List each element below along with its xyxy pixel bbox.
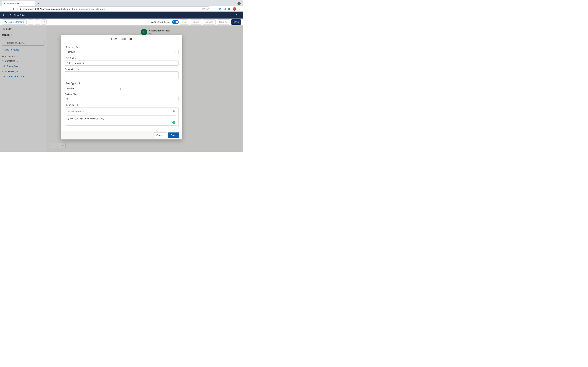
save-as-button[interactable]: Save As	[217, 19, 230, 25]
svg-point-14	[239, 10, 240, 10]
chevron-down-icon: ▾	[120, 88, 121, 90]
qr-icon[interactable]	[202, 8, 205, 10]
formula-label: *Formula 4	[65, 103, 179, 107]
formula-label-text: Formula	[66, 104, 74, 106]
resource-type-value: Formula	[67, 50, 75, 53]
site-info-icon[interactable]	[213, 7, 217, 11]
help-menu[interactable]: ?	[233, 12, 243, 18]
description-label-text: Description	[65, 68, 75, 70]
select-elements-label: Select Elements	[8, 21, 24, 23]
description-label: Description 2	[65, 68, 179, 71]
chevron-down-icon	[238, 14, 240, 16]
extension-icons	[212, 7, 242, 11]
header-title-text: Flow Builder	[14, 14, 26, 17]
flow-builder-icon	[9, 13, 13, 17]
browser-tab[interactable]: Flow Builder ✕	[2, 1, 35, 6]
redo-button[interactable]	[35, 19, 40, 25]
help-icon: ?	[236, 14, 237, 17]
svg-point-12	[239, 8, 240, 8]
undo-button[interactable]	[28, 19, 33, 25]
search-icon	[173, 110, 175, 113]
builder-toolbar: Select Elements Auto-Layout (Beta) ✓ Run…	[0, 18, 243, 25]
tab-strip: Flow Builder ✕ ＋	[0, 0, 243, 6]
data-type-value: Number	[67, 87, 75, 90]
svg-rect-2	[204, 8, 204, 9]
run-label: Run	[182, 21, 187, 23]
new-tab-button[interactable]: ＋	[36, 1, 41, 6]
check-icon: ✓	[173, 21, 174, 23]
data-type-select[interactable]: Number ▾	[65, 86, 123, 91]
url-text: java-power-66192.lightning.force.com/bui…	[23, 8, 200, 10]
svg-point-13	[239, 9, 240, 9]
grammarly-badge-icon[interactable]: G	[172, 121, 175, 124]
select-elements-button[interactable]: Select Elements	[2, 19, 26, 25]
debug-button[interactable]: Debug	[190, 19, 201, 25]
browser-back-button[interactable]	[1, 7, 6, 11]
url-host: java-power-66192.lightning.force.com	[23, 8, 61, 10]
description-textarea[interactable]	[65, 71, 179, 79]
save-label: Save	[233, 21, 239, 23]
cancel-label: Cancel	[156, 134, 163, 136]
run-button[interactable]: Run	[180, 19, 189, 25]
toolbar-settings-button[interactable]	[41, 19, 47, 25]
tab-title: Flow Builder	[7, 2, 29, 5]
formula-textarea[interactable]: {!Batch_Size} - {!Processed_Count} G	[66, 116, 177, 126]
extensions-puzzle-icon[interactable]	[227, 7, 232, 11]
data-type-label: *Data Type 3	[65, 82, 179, 85]
resource-type-label-text: Resource Type	[66, 46, 80, 48]
debug-label: Debug	[192, 21, 199, 23]
formula-editor: {!Batch_Size} - {!Processed_Count} G	[65, 107, 179, 127]
address-bar[interactable]: java-power-66192.lightning.force.com/bui…	[17, 7, 211, 11]
salesforce-cloud-icon	[3, 2, 6, 5]
modal-title: New Resource	[61, 35, 182, 43]
profile-avatar[interactable]	[232, 7, 237, 11]
decimal-places-input[interactable]	[65, 96, 179, 101]
activate-button[interactable]: Activate	[203, 19, 216, 25]
svg-rect-16	[6, 22, 7, 23]
svg-rect-3	[202, 9, 203, 10]
decimal-label-text: Decimal Places	[65, 93, 79, 95]
activate-label: Activate	[205, 21, 213, 23]
browser-menu-button[interactable]	[237, 7, 242, 11]
data-type-label-text: Data Type	[66, 82, 76, 84]
auto-layout-label: Auto-Layout (Beta)	[151, 21, 170, 23]
toggle-switch[interactable]: ✓	[172, 20, 179, 24]
svg-rect-1	[202, 8, 203, 9]
annotation-3: 3	[78, 82, 80, 85]
annotation-2: 2	[78, 68, 79, 71]
svg-point-17	[43, 22, 44, 22]
save-as-label: Save As	[219, 21, 228, 23]
extension-blue-icon[interactable]	[217, 7, 222, 11]
svg-rect-9	[219, 8, 221, 10]
done-button[interactable]: Done	[168, 133, 179, 138]
svg-rect-15	[5, 21, 6, 22]
formula-resource-search-input[interactable]	[66, 109, 177, 114]
star-icon[interactable]	[206, 8, 209, 10]
resource-type-select[interactable]: Formula ▾	[65, 49, 179, 54]
grammarly-extension-icon[interactable]	[222, 7, 227, 11]
modal-close-button[interactable]: ✕	[179, 30, 182, 34]
window-account-icon[interactable]	[237, 2, 241, 5]
header-back-button[interactable]	[0, 12, 7, 18]
modal-footer: Cancel Done	[61, 131, 182, 140]
formula-value: {!Batch_Size} - {!Processed_Count}	[68, 117, 104, 120]
select-elements-icon	[4, 21, 7, 23]
url-path: /builder_platform_interaction/flowBuilde…	[61, 8, 105, 10]
auto-layout-toggle[interactable]: Auto-Layout (Beta) ✓	[151, 20, 179, 24]
tab-close-button[interactable]: ✕	[31, 2, 33, 5]
browser-reload-button[interactable]	[12, 7, 17, 11]
cancel-button[interactable]: Cancel	[153, 133, 166, 138]
api-name-input[interactable]	[65, 60, 179, 66]
svg-rect-5	[204, 10, 204, 10]
resource-type-label: *Resource Type	[65, 46, 179, 48]
formula-resource-search	[66, 109, 177, 114]
address-bar-row: java-power-66192.lightning.force.com/bui…	[0, 6, 243, 12]
browser-forward-button[interactable]	[7, 7, 11, 11]
api-name-label-text: API Name	[66, 57, 76, 59]
app-header: Flow Builder ?	[0, 12, 243, 18]
api-name-label: *API Name 1	[65, 57, 179, 60]
browser-chrome: Flow Builder ✕ ＋ java-power-66192.lightn…	[0, 0, 243, 12]
svg-rect-4	[204, 9, 204, 9]
save-button[interactable]: Save	[231, 19, 241, 25]
header-title: Flow Builder	[7, 12, 29, 18]
